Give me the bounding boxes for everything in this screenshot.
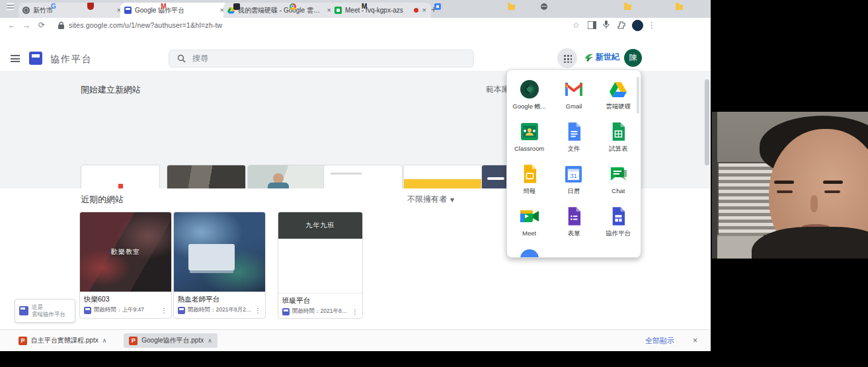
account-avatar[interactable]: 陳 bbox=[624, 49, 642, 67]
search-placeholder: 搜尋 bbox=[192, 53, 208, 64]
back-icon[interactable]: ← bbox=[8, 20, 16, 30]
gmail-icon: M bbox=[161, 3, 166, 10]
app-item-forms[interactable]: 表單 bbox=[551, 202, 596, 245]
org-logo-icon bbox=[584, 53, 594, 62]
tab-hsinchu[interactable]: 新竹市 × bbox=[19, 3, 126, 18]
kebab-menu-icon[interactable]: ⋮ bbox=[352, 308, 358, 315]
app-label: Classroom bbox=[514, 145, 544, 152]
menu-scrollbar[interactable] bbox=[637, 77, 639, 114]
docs-icon bbox=[564, 122, 584, 142]
google-g-icon: G bbox=[51, 3, 56, 10]
close-icon[interactable]: × bbox=[693, 336, 697, 345]
powerpoint-file-icon: P bbox=[129, 337, 138, 345]
app-item-drive[interactable]: 雲端硬碟 bbox=[596, 75, 641, 118]
app-item-slides[interactable]: 簡報 bbox=[507, 160, 551, 202]
tab-google-sites[interactable]: Google 協作平台 × bbox=[120, 3, 229, 18]
site-title: 熱血老師平台 bbox=[178, 295, 261, 304]
tab-drive[interactable]: 我的雲端硬碟 - Google 雲端硬碟 × bbox=[223, 3, 336, 18]
site-thumbnail: 九年九班 bbox=[278, 212, 362, 239]
star-icon[interactable]: ☆ bbox=[572, 20, 580, 30]
tab-label: 新竹市 bbox=[33, 6, 113, 15]
extensions-icon[interactable] bbox=[617, 21, 625, 29]
close-icon[interactable]: × bbox=[422, 7, 427, 14]
sites-logo-icon[interactable] bbox=[29, 52, 42, 65]
browser-toolbar: ← → ⟳ sites.google.com/u/1/new?authuser=… bbox=[0, 18, 711, 33]
app-item-calendar[interactable]: 31 日曆 bbox=[551, 160, 596, 202]
app-label: Google 帳... bbox=[512, 102, 546, 111]
calendar-icon: 31 bbox=[564, 164, 584, 184]
recent-site-card[interactable]: 熱血老師平台 開啟時間：2021年8月26日 ⋮ bbox=[173, 212, 266, 319]
folder-icon bbox=[508, 5, 515, 10]
app-item-account[interactable]: Google 帳... bbox=[507, 75, 551, 118]
download-filename: 自主平台實體課程.pptx bbox=[31, 336, 99, 345]
scrollbar[interactable] bbox=[705, 79, 709, 165]
google-apps-menu: Google 帳... Gmail bbox=[506, 69, 641, 258]
kebab-menu-icon[interactable]: ⋮ bbox=[648, 20, 656, 30]
app-label: 表單 bbox=[567, 229, 580, 238]
mic-icon[interactable] bbox=[603, 20, 610, 29]
folder-icon bbox=[624, 5, 631, 10]
section-title: 開始建立新網站 bbox=[81, 84, 141, 96]
app-item-classroom[interactable]: Classroom bbox=[507, 118, 551, 160]
search-icon bbox=[177, 54, 186, 63]
recent-site-card[interactable]: 歡樂教室 快樂603 開啟時間：上午9:47 ⋮ bbox=[79, 212, 172, 319]
app-item-sheets[interactable]: 試算表 bbox=[596, 118, 641, 160]
download-item-2[interactable]: P Google協作平台.pptx ∧ bbox=[124, 333, 217, 348]
chevron-up-icon[interactable]: ∧ bbox=[102, 337, 107, 344]
refresh-icon[interactable]: ⟳ bbox=[38, 20, 45, 30]
search-input[interactable]: 搜尋 bbox=[169, 50, 474, 67]
kebab-menu-icon[interactable]: ⋮ bbox=[255, 307, 261, 314]
apps-grid-icon bbox=[563, 54, 572, 63]
google-apps-grid-button[interactable] bbox=[557, 48, 577, 68]
app-label: 雲端硬碟 bbox=[606, 102, 631, 111]
browser-profile-avatar[interactable] bbox=[632, 20, 643, 31]
forward-icon[interactable]: → bbox=[22, 20, 30, 30]
browser-window: 新竹市 × Google 協作平台 × 我的雲端硬碟 - Google 雲端硬碟… bbox=[0, 0, 711, 351]
app-item-docs[interactable]: 文件 bbox=[551, 118, 596, 160]
kebab-menu-icon[interactable]: ⋮ bbox=[161, 307, 167, 314]
url-field[interactable]: sites.google.com/u/1/new?authuser=1&hl=z… bbox=[69, 21, 346, 29]
m-letter-icon: M bbox=[362, 3, 367, 10]
google-account-icon bbox=[520, 79, 539, 99]
show-all-downloads-link[interactable]: 全部顯示 bbox=[645, 336, 674, 346]
download-filename: Google協作平台.pptx bbox=[141, 336, 204, 345]
recording-dot-icon bbox=[414, 8, 418, 13]
webcam-video bbox=[712, 112, 868, 259]
app-item-partial[interactable] bbox=[507, 245, 551, 258]
sites-header: 協作平台 搜尋 新世紀 陳 bbox=[0, 46, 711, 71]
downloads-bar: P 自主平台實體課程.pptx ∧ P Google協作平台.pptx ∧ 全部… bbox=[0, 329, 711, 351]
folder-icon bbox=[676, 5, 683, 10]
hamburger-menu-icon[interactable] bbox=[11, 55, 20, 62]
sheets-icon bbox=[608, 122, 628, 142]
chrome-icon bbox=[290, 3, 296, 10]
template-thumbnail bbox=[404, 165, 482, 179]
classroom-icon bbox=[520, 122, 539, 142]
thumbnail-text: 歡樂教室 bbox=[111, 247, 140, 257]
site-meta: 開啟時間：上午9:47 bbox=[94, 306, 144, 314]
svg-text:31: 31 bbox=[571, 172, 578, 179]
gmail-icon bbox=[564, 79, 584, 99]
lock-icon bbox=[58, 22, 64, 29]
currents-icon bbox=[520, 249, 539, 258]
sites-mini-icon bbox=[19, 306, 28, 315]
owner-filter-dropdown[interactable]: 不限擁有者 ▾ bbox=[407, 194, 454, 205]
app-label: Meet bbox=[522, 229, 536, 237]
sites-mini-icon bbox=[84, 307, 91, 314]
app-item-chat[interactable]: Chat bbox=[596, 160, 641, 202]
chevron-up-icon[interactable]: ∧ bbox=[208, 337, 212, 344]
sites-mini-icon bbox=[178, 307, 185, 314]
slides-icon bbox=[520, 164, 539, 184]
side-panel-icon[interactable] bbox=[588, 21, 596, 29]
globe-icon bbox=[541, 3, 547, 10]
tab-meet[interactable]: Meet - fvq-kgpx-azs × bbox=[331, 3, 431, 18]
app-label: 日曆 bbox=[567, 187, 580, 196]
app-item-gmail[interactable]: Gmail bbox=[551, 75, 596, 118]
forms-icon bbox=[564, 206, 584, 226]
chevron-down-icon: ▾ bbox=[450, 195, 454, 204]
site-title: 班級平台 bbox=[282, 296, 358, 306]
download-item-1[interactable]: P 自主平台實體課程.pptx ∧ bbox=[13, 333, 112, 348]
app-item-meet[interactable]: Meet bbox=[507, 202, 551, 245]
template-thumbnail bbox=[324, 173, 402, 190]
recent-site-card[interactable]: 九年九班 班級平台 開啟時間：2021年8月26日 ⋮ bbox=[278, 212, 363, 319]
app-item-sites[interactable]: 協作平台 bbox=[596, 202, 641, 245]
